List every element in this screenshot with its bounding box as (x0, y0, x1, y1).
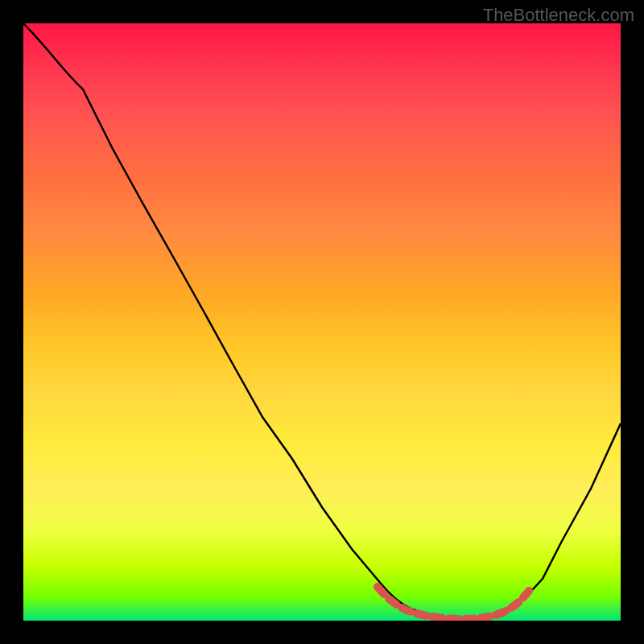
bottleneck-curve-line (23, 23, 621, 619)
chart-svg (23, 23, 621, 621)
watermark-text: TheBottleneck.com (483, 5, 634, 26)
chart-plot-area (23, 23, 621, 621)
